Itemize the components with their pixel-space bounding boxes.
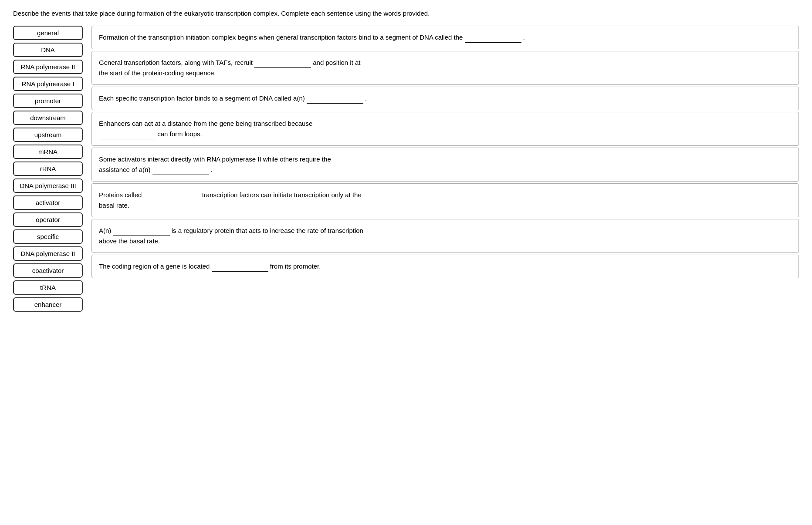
word-item-w14[interactable]: DNA polymerase II [13, 246, 83, 261]
questions-panel: Formation of the transcription initiatio… [91, 26, 799, 278]
word-item-w3[interactable]: RNA polymerase II [13, 60, 83, 74]
question-1: Formation of the transcription initiatio… [91, 26, 799, 49]
word-item-w2[interactable]: DNA [13, 43, 83, 57]
word-item-w5[interactable]: promoter [13, 94, 83, 108]
question-2: General transcription factors, along wit… [91, 51, 799, 85]
word-item-w10[interactable]: DNA polymerase III [13, 178, 83, 193]
blank-q7[interactable] [113, 228, 170, 236]
word-item-w4[interactable]: RNA polymerase I [13, 77, 83, 91]
word-item-w15[interactable]: coactivator [13, 263, 83, 278]
word-item-w11[interactable]: activator [13, 195, 83, 210]
blank-q1[interactable] [465, 35, 521, 43]
question-7: A(n) is a regulatory protein that acts t… [91, 219, 799, 253]
question-8: The coding region of a gene is located f… [91, 255, 799, 278]
word-item-w1[interactable]: general [13, 26, 83, 40]
blank-q6[interactable] [144, 192, 200, 200]
blank-q2[interactable] [254, 60, 311, 68]
instructions: Describe the events that take place duri… [13, 9, 799, 18]
blank-q3[interactable] [307, 96, 363, 104]
question-4: Enhancers can act at a distance from the… [91, 112, 799, 146]
question-5: Some activators interact directly with R… [91, 148, 799, 182]
word-item-w12[interactable]: operator [13, 212, 83, 227]
blank-q8[interactable] [212, 264, 268, 272]
word-item-w9[interactable]: rRNA [13, 162, 83, 176]
word-item-w13[interactable]: specific [13, 229, 83, 244]
word-item-w16[interactable]: tRNA [13, 280, 83, 295]
word-item-w7[interactable]: upstream [13, 128, 83, 142]
word-item-w6[interactable]: downstream [13, 111, 83, 125]
main-layout: generalDNARNA polymerase IIRNA polymeras… [13, 26, 799, 312]
word-bank: generalDNARNA polymerase IIRNA polymeras… [13, 26, 83, 312]
blank-q5[interactable] [152, 167, 209, 175]
word-item-w17[interactable]: enhancer [13, 297, 83, 312]
blank-q4[interactable] [99, 131, 156, 139]
word-item-w8[interactable]: mRNA [13, 145, 83, 159]
question-3: Each specific transcription factor binds… [91, 87, 799, 110]
question-6: Proteins called transcription factors ca… [91, 183, 799, 217]
